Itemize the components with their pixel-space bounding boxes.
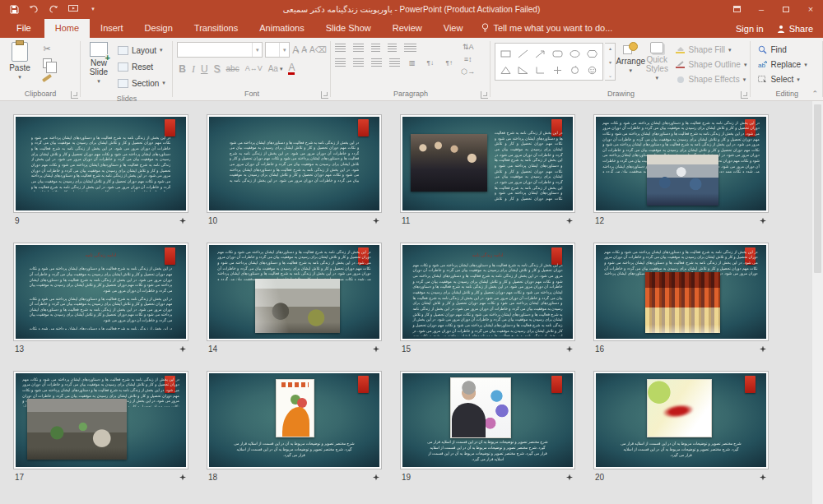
font-size-combo[interactable]: ▾ xyxy=(265,42,290,58)
tab-file[interactable]: File xyxy=(3,19,44,38)
tab-home[interactable]: Home xyxy=(44,19,90,38)
text-direction-ltr-icon[interactable]: ¶↓ xyxy=(425,57,436,68)
customize-qat-icon[interactable]: ▾ xyxy=(87,4,99,14)
slide-photo xyxy=(411,134,487,192)
cut-icon[interactable]: ✂ xyxy=(40,43,53,54)
scrollbar-thumb[interactable] xyxy=(814,104,821,273)
convert-smartart-icon[interactable]: ⬡→ xyxy=(462,67,475,76)
strikethrough-icon[interactable]: abc xyxy=(226,65,239,73)
line-spacing-icon[interactable] xyxy=(404,44,416,52)
font-name-combo[interactable]: ▾ xyxy=(177,42,263,58)
layout-button[interactable]: Layout▾ xyxy=(118,43,165,58)
align-text-button[interactable]: ≡↕ xyxy=(462,54,475,64)
increase-indent-icon[interactable] xyxy=(388,44,397,52)
collapse-ribbon-icon[interactable]: ⌃ xyxy=(811,90,818,98)
shape-outline-button[interactable]: Shape Outline▾ xyxy=(676,58,747,71)
underline-icon[interactable]: U xyxy=(201,64,208,74)
slide-red-accent xyxy=(358,119,369,136)
close-icon[interactable]: × xyxy=(798,0,823,18)
vertical-scrollbar[interactable] xyxy=(811,101,823,504)
redo-icon[interactable] xyxy=(48,4,59,14)
shape-effects-button[interactable]: Shape Effects▾ xyxy=(676,73,747,86)
justify-icon[interactable] xyxy=(389,58,400,67)
gallery-down-icon: ▾ xyxy=(609,59,611,65)
tell-me-box[interactable]: Tell me what you want to do... xyxy=(473,23,621,38)
decrease-indent-icon[interactable] xyxy=(371,44,380,52)
window-title: پاورپوینت زندگینامه دکتر سمیعی - PowerPo… xyxy=(0,5,823,14)
text-shadow-icon[interactable]: S xyxy=(214,64,221,74)
text-direction-rtl-icon[interactable]: ¶↑ xyxy=(444,57,455,68)
columns-icon[interactable]: ▥ xyxy=(407,57,417,68)
slide-thumbnail[interactable]: شرح مختصر تصویر و توضیحات مربوط به آن در… xyxy=(207,371,382,469)
align-left-icon[interactable] xyxy=(335,58,346,67)
sign-in-link[interactable]: Sign in xyxy=(736,24,764,34)
slide-thumbnail[interactable]: در این بخش از زندگی نامه به شرح فعالیت ه… xyxy=(13,371,188,469)
clipboard-dialog-launcher[interactable] xyxy=(71,91,78,99)
start-slideshow-icon[interactable] xyxy=(67,4,79,14)
arrange-button[interactable]: Arrange ▾ xyxy=(616,40,645,74)
align-center-icon[interactable] xyxy=(353,58,364,67)
animation-star-icon xyxy=(566,474,573,481)
slide-thumbnail[interactable]: در این بخش از زندگی نامه به شرح فعالیت ه… xyxy=(207,243,382,341)
bullets-icon[interactable] xyxy=(335,44,346,52)
tab-insert[interactable]: Insert xyxy=(90,19,134,38)
find-button[interactable]: Find xyxy=(758,44,807,56)
tab-transitions[interactable]: Transitions xyxy=(184,19,249,38)
animation-star-icon xyxy=(179,346,186,353)
slide-thumbnail[interactable]: در این بخش از زندگی نامه به شرح فعالیت ه… xyxy=(13,114,188,213)
quick-styles-button[interactable]: Quick Styles ▾ xyxy=(645,40,669,81)
font-dialog-launcher[interactable] xyxy=(321,91,328,99)
slide-thumbnail[interactable]: شرح مختصر تصویر و توضیحات مربوط به آن در… xyxy=(400,371,575,469)
slide-thumbnail[interactable]: در این بخش از زندگی نامه به شرح فعالیت ه… xyxy=(207,114,382,213)
shapes-gallery-scrollbar[interactable]: ▴▾⌄ xyxy=(605,43,616,81)
slide-thumbnail[interactable]: ادامه زندگی نامهدر این بخش از زندگی نامه… xyxy=(13,243,188,341)
save-icon[interactable] xyxy=(8,4,20,14)
paragraph-dialog-launcher[interactable] xyxy=(481,91,488,99)
align-right-icon[interactable] xyxy=(371,58,382,67)
bold-icon[interactable]: B xyxy=(179,64,186,74)
copy-icon[interactable] xyxy=(40,58,53,69)
undo-icon[interactable] xyxy=(28,4,40,14)
font-color-icon[interactable]: A xyxy=(288,62,295,75)
drawing-dialog-launcher[interactable] xyxy=(741,91,748,99)
replace-button[interactable]: ab Replace▾ xyxy=(758,58,807,71)
ribbon-display-options-icon[interactable] xyxy=(724,0,749,18)
maximize-icon[interactable] xyxy=(774,0,798,18)
slide-number: 14 xyxy=(208,344,217,354)
text-direction-button[interactable]: ⇅A xyxy=(462,42,475,52)
numbering-icon[interactable] xyxy=(353,44,364,52)
tab-animations[interactable]: Animations xyxy=(249,19,314,38)
animation-star-icon xyxy=(179,474,186,481)
format-painter-icon[interactable] xyxy=(40,72,53,84)
layout-icon xyxy=(118,46,128,55)
tab-design[interactable]: Design xyxy=(134,19,184,38)
slide-thumbnail[interactable]: شرح مختصر تصویر و توضیحات مربوط به آن در… xyxy=(593,371,769,469)
ribbon-group-font: ▾ ▾ A▴ A▾ A⌫ B I U S abc A↔V Aa▾ A Font xyxy=(173,38,331,100)
new-slide-button[interactable]: New Slide ▾ xyxy=(83,40,114,85)
slide-thumbnail[interactable]: در این بخش از زندگی نامه به شرح فعالیت ه… xyxy=(593,243,769,341)
tab-slide-show[interactable]: Slide Show xyxy=(315,19,382,38)
tab-review[interactable]: Review xyxy=(382,19,433,38)
slide-thumbnail[interactable]: در این بخش از زندگی نامه به شرح فعالیت ه… xyxy=(400,114,575,213)
section-button[interactable]: Section▾ xyxy=(118,76,165,90)
character-spacing-icon[interactable]: A↔V xyxy=(245,65,263,72)
paste-button[interactable]: Paste ▾ xyxy=(2,40,37,81)
share-button[interactable]: Share xyxy=(777,24,813,34)
slide-body-text: در این بخش از زندگی نامه به شرح فعالیت ه… xyxy=(230,141,359,185)
clear-formatting-icon[interactable]: A⌫ xyxy=(309,46,327,54)
slide-surface: شرح مختصر تصویر و توضیحات مربوط به آن در… xyxy=(402,373,573,467)
shape-fill-button[interactable]: Shape Fill▾ xyxy=(676,44,747,56)
shapes-gallery[interactable] xyxy=(495,43,603,81)
minimize-icon[interactable]: – xyxy=(749,0,774,18)
slide-thumbnail[interactable]: در این بخش از زندگی نامه به شرح فعالیت ه… xyxy=(593,114,769,213)
slide-thumbnail[interactable]: ادامه زندگی نامهدر این بخش از زندگی نامه… xyxy=(400,243,575,341)
ribbon-group-drawing: ▴▾⌄ Arrange ▾ Quick Styles ▾ Shape Fi xyxy=(491,38,751,100)
tab-view[interactable]: View xyxy=(433,19,474,38)
select-button[interactable]: Select▾ xyxy=(758,73,807,86)
slide-number: 11 xyxy=(402,216,410,225)
window-controls: – × xyxy=(724,0,823,18)
reset-button[interactable]: Reset xyxy=(118,59,165,74)
slide-cell: شرح مختصر تصویر و توضیحات مربوط به آن در… xyxy=(593,371,769,483)
change-case-icon[interactable]: Aa xyxy=(268,65,278,73)
italic-icon[interactable]: I xyxy=(192,64,195,74)
